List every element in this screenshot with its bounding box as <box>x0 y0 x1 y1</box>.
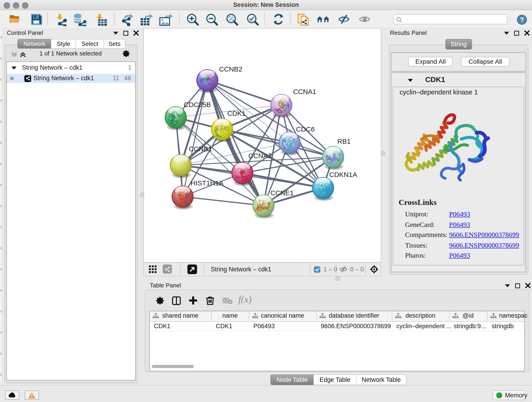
svg-text:CCNA1: CCNA1 <box>293 88 317 95</box>
svg-text:?: ? <box>520 16 524 23</box>
svg-text:CDC6: CDC6 <box>296 125 315 133</box>
svg-text:CCNE1: CCNE1 <box>270 189 294 197</box>
svg-text:CDKN1A: CDKN1A <box>329 171 357 178</box>
svg-text:HIST1H1A: HIST1H1A <box>191 179 223 187</box>
svg-text:CDK1: CDK1 <box>227 109 246 117</box>
svg-text:CCNB1: CCNB1 <box>189 145 212 153</box>
svg-text:CCNA2: CCNA2 <box>248 152 272 160</box>
svg-text:CCNB2: CCNB2 <box>219 65 242 73</box>
svg-text:CDC25B: CDC25B <box>184 101 211 108</box>
svg-text:RB1: RB1 <box>337 138 351 145</box>
